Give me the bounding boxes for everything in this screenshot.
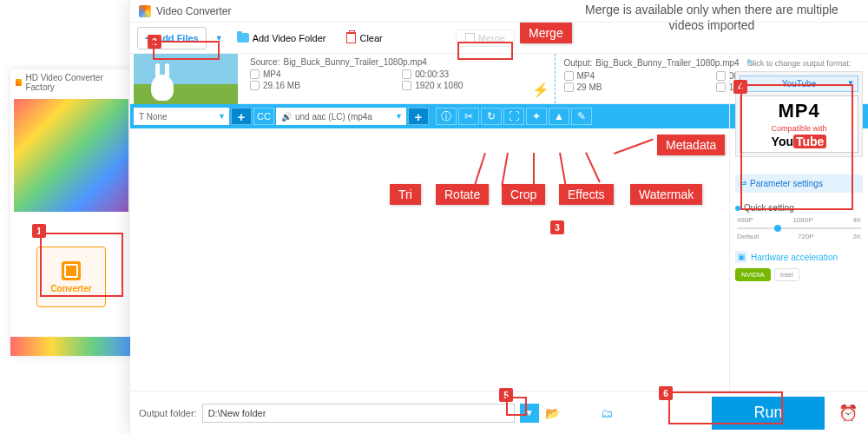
effects-button[interactable]: ✦: [526, 108, 547, 125]
effects-icon: ✦: [532, 110, 541, 122]
clock-icon: [716, 71, 726, 81]
num-5: 5: [499, 388, 513, 402]
youtube-logo: YouTube: [744, 135, 854, 148]
metadata-icon: ✎: [577, 110, 586, 122]
side-panel: Click to change output format: YouTube▼ …: [729, 54, 868, 391]
app-logo-icon: [139, 5, 151, 17]
merge-label: Merge: [478, 33, 505, 43]
output-label: Output:: [564, 58, 593, 68]
crop-icon: ⛶: [509, 110, 519, 122]
info-icon: ⓘ: [441, 109, 451, 124]
chip-icon: ▣: [735, 251, 747, 263]
sliders-icon: ⇄: [740, 179, 746, 188]
source-info: Source: Big_Buck_Bunny_Trailer_1080p.mp4…: [241, 54, 556, 103]
trim-button[interactable]: ✂: [458, 108, 479, 125]
output-folder-label: Output folder:: [139, 408, 197, 418]
out-size: 29 MB: [577, 82, 602, 92]
output-filename: Big_Buck_Bunny_Trailer_1080p.mp4: [595, 58, 739, 68]
ann-rotate: Rotate: [436, 184, 489, 205]
arrow-crop: [533, 153, 535, 186]
output-folder-dropdown[interactable]: ▼: [520, 404, 539, 423]
source-label: Source:: [250, 57, 279, 67]
crop-button[interactable]: ⛶: [503, 108, 524, 125]
output-folder-input[interactable]: [202, 404, 515, 423]
watermark-icon: ▲: [554, 110, 564, 122]
src-size: 29.16 MB: [263, 81, 300, 90]
num-1: 1: [32, 224, 46, 238]
annotation-note: Merge is available only when there are m…: [577, 2, 846, 33]
ann-trim: Tri: [390, 184, 421, 205]
add-files-dropdown[interactable]: ▼: [215, 34, 223, 43]
open-output-button[interactable]: 🗂: [598, 406, 615, 420]
converter-tile[interactable]: Converter: [36, 247, 106, 307]
size-icon: [250, 81, 260, 90]
clock-icon: [402, 69, 411, 79]
alarm-button[interactable]: ⏰: [837, 402, 859, 424]
nvidia-chip[interactable]: NVIDIA: [735, 268, 771, 281]
out-format: MP4: [577, 71, 595, 81]
hw-accel-toggle[interactable]: ▣ Hardware acceleration: [735, 251, 863, 263]
slider-thumb[interactable]: [774, 225, 781, 232]
dot-icon: [735, 206, 740, 211]
video-track-select[interactable]: T None▼: [134, 108, 229, 125]
browse-folder-button[interactable]: 📂: [544, 406, 562, 420]
trash-icon: [346, 32, 356, 43]
quality-slider[interactable]: [737, 227, 861, 229]
num-4: 4: [733, 80, 747, 94]
bg-hero: [14, 99, 128, 212]
bolt-icon: ⚡: [532, 82, 549, 98]
format-card[interactable]: MP4 Compatible with YouTube: [740, 95, 858, 153]
add-track-button[interactable]: +: [231, 108, 252, 125]
watermark-button[interactable]: ▲: [549, 108, 569, 125]
num-3: 3: [550, 220, 564, 234]
clear-button[interactable]: Clear: [339, 29, 389, 47]
add-folder-button[interactable]: Add Video Folder: [230, 30, 333, 47]
merge-icon: [465, 33, 475, 43]
add-files-label: Add Files: [155, 33, 199, 43]
format-icon: [250, 69, 260, 79]
source-filename: Big_Buck_Bunny_Trailer_1080p.mp4: [283, 57, 426, 67]
src-format: MP4: [263, 69, 281, 79]
converter-label: Converter: [50, 284, 91, 293]
clear-label: Clear: [359, 33, 382, 43]
merge-button[interactable]: Merge: [456, 30, 515, 47]
format-icon: [564, 71, 574, 81]
ann-metadata: Metadata: [657, 135, 725, 155]
bg-app: HD Video Converter Factory Converter: [10, 69, 132, 356]
ann-effects: Effects: [559, 184, 614, 205]
bg-title: HD Video Converter Factory: [10, 69, 132, 95]
main-window: Video Converter + Add Files ▼ Add Video …: [130, 0, 868, 434]
rotate-button[interactable]: ↻: [481, 108, 502, 125]
format-name: MP4: [744, 100, 854, 122]
app-title: Video Converter: [156, 5, 232, 17]
res-icon: [716, 82, 726, 92]
add-folder-label: Add Video Folder: [253, 33, 326, 43]
num-2: 2: [148, 35, 161, 49]
parameter-settings-button[interactable]: ⇄ Parameter settings: [735, 174, 863, 193]
metadata-button[interactable]: ✎: [571, 108, 592, 125]
intel-chip[interactable]: Intel: [774, 268, 799, 281]
quick-setting: Quick setting 480P 1080P 4K Default 720P…: [735, 203, 863, 240]
ann-merge: Merge: [520, 23, 572, 43]
res-icon: [402, 81, 411, 90]
src-duration: 00:00:33: [415, 69, 449, 79]
converter-icon: [62, 261, 81, 280]
info-button[interactable]: ⓘ: [436, 108, 457, 125]
side-hint: Click to change output format:: [735, 59, 863, 68]
video-thumbnail[interactable]: [134, 54, 238, 104]
format-box[interactable]: YouTube▼ MP4 Compatible with YouTube: [735, 71, 863, 157]
size-icon: [564, 82, 574, 92]
ann-crop: Crop: [502, 184, 545, 205]
add-audio-button[interactable]: +: [408, 108, 429, 125]
run-button[interactable]: Run: [712, 397, 825, 430]
audio-track-select[interactable]: 🔊und aac (LC) (mp4a▼: [276, 108, 406, 125]
cc-button[interactable]: CC: [253, 108, 274, 125]
folder-icon: [237, 33, 249, 43]
compat-text: Compatible with: [744, 124, 854, 133]
hw-chips: NVIDIA Intel: [735, 268, 863, 281]
rotate-icon: ↻: [487, 110, 496, 122]
bg-footer: [10, 337, 132, 356]
ann-watermark: Watermak: [630, 184, 702, 205]
format-category[interactable]: YouTube▼: [740, 76, 858, 92]
num-6: 6: [659, 386, 673, 400]
